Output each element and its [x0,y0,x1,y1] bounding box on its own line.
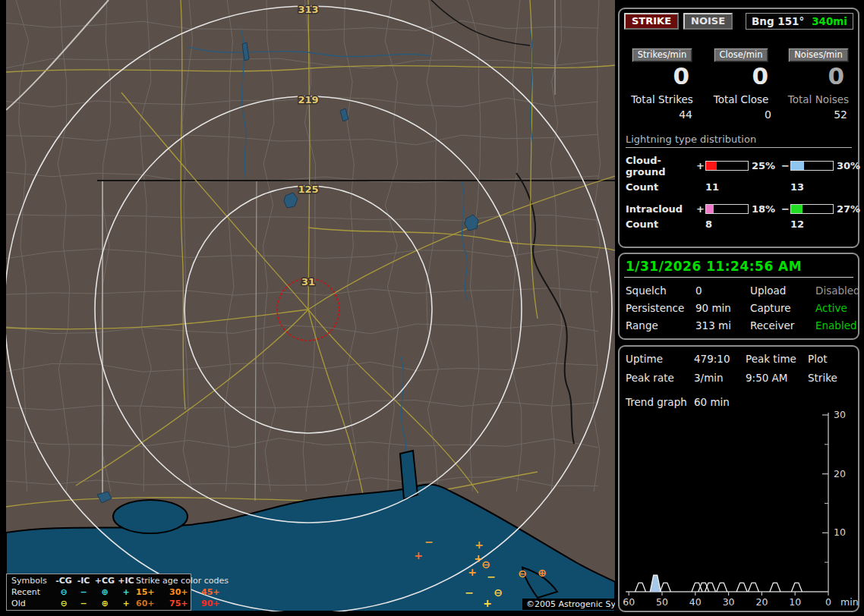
distribution-title: Lightning type distribution [626,134,852,148]
strike-mode-button[interactable]: STRIKE [624,13,679,30]
legend-row-label: Recent [11,587,54,597]
peak-time-label: Peak time [746,353,808,365]
copyright-label: ©2005 Astrogenic Systems [522,599,615,610]
total-noises-value: 52 [780,108,856,121]
positive-strike-icon: + [414,550,423,561]
trend-axis-label: 30 [723,596,735,608]
range-value: 313 mi [695,319,750,332]
close-rate-value: 0 [702,64,780,89]
total-label-row: Total Strikes Total Close Total Noises [623,89,856,105]
ic-negative-count: 12 [790,218,834,230]
ic-negative-bar-fill [791,205,803,213]
squelch-value: 0 [695,284,750,297]
cg-positive-bar [705,161,749,171]
trend-peak [791,583,802,592]
cg-negative-bar-fill [791,162,804,170]
trend-axis-label: 10 [789,596,801,608]
plot-value: Strike [808,372,852,384]
legend-row-label: Old [11,599,54,608]
receiver-status: Enabled [815,319,860,332]
negative-cg-strike-icon: ⊖ [481,559,490,570]
noises-per-min-button[interactable]: Noises/min [788,48,848,62]
cg-positive-count: 11 [705,181,749,193]
legend-column-nCG: -CG [54,576,74,586]
ic-positive-bar [705,204,749,214]
trend-peak [650,575,661,592]
nexstorm-window: { "panel": { "strike_button": "STRIKE", … [0,0,864,616]
strikes-per-min-button[interactable]: Strikes/min [632,48,693,62]
intracloud-count-row: Count 8 12 [626,218,855,230]
status-panel: 1/31/2026 11:24:56 AM Squelch 0 Upload D… [618,253,859,340]
ring-label-125: 125 [298,184,318,195]
legend-age-60: 60+ [136,599,169,608]
legend-symbol-glyph: ⊕ [93,587,116,597]
trend-peak [635,583,646,592]
legend-column-pIC: +IC [116,576,136,586]
trend-axis-label: 50 [656,596,668,608]
uptime-label: Uptime [626,353,694,365]
legend-age-30: 30+ [169,587,201,597]
negative-cg-strike-icon: ⊖ [518,568,527,579]
cloud-ground-label: Cloud-ground [626,155,695,178]
squelch-label: Squelch [626,284,695,297]
intracloud-label: Intracloud [626,203,695,215]
mode-toggle-row: STRIKE NOISE Bng 151° 340mi [624,13,853,30]
legend-symbol-glyph: + [116,599,136,608]
trend-window-value: 60 min [694,396,852,408]
trend-axis-label: 0 [825,596,831,608]
negative-cg-strike-icon: ⊖ [493,587,503,598]
ic-negative-bar [790,204,834,214]
legend-column-pCG: +CG [93,576,116,586]
counters-panel: STRIKE NOISE Bng 151° 340mi Strikes/min … [618,8,859,248]
trend-peak [736,583,747,592]
strikes-rate-value: 0 [623,64,702,89]
legend-symbols-header: Symbols [11,576,54,586]
cg-negative-pct: 30% [834,160,864,171]
close-per-min-button[interactable]: Close/min [714,48,769,62]
trend-graph: 6050403020100min102030 [621,407,858,612]
trend-peak [660,583,670,592]
legend-age-header: Strike age color codes [136,576,233,586]
legend-symbol-glyph: ⊖ [54,599,74,608]
noises-rate-value: 0 [780,64,856,89]
trend-axis-label: 20 [834,468,846,479]
minus-sign: − [780,160,790,171]
legend-symbol-glyph: + [116,587,136,597]
ic-positive-count: 8 [705,218,749,230]
peak-rate-value: 3/min [694,372,746,384]
trend-graph-row: Trend graph 60 min [626,396,852,408]
radar-map[interactable]: 31321912531 −+++⊖+−⊖⊕−⊖+ Symbols-CG-IC+C… [6,0,615,611]
ring-label-31: 31 [301,276,315,288]
receiver-label: Receiver [750,319,815,332]
trend-axis-label: 30 [834,409,846,420]
strike-legend: Symbols-CG-IC+CG+ICStrike age color code… [6,574,191,611]
cg-positive-pct: 25% [749,160,780,171]
range-label: Range [626,319,695,332]
total-strikes-value: 44 [623,108,702,121]
uptime-value: 479:10 [694,353,746,365]
legend-column-nIC: -IC [74,576,93,586]
trend-peak [770,583,780,592]
legend-age-75: 75+ [169,599,201,608]
plus-sign: + [695,160,705,171]
legend-age-90: 90+ [201,599,233,608]
status-grid: Squelch 0 Upload Disabled Persistence 90… [626,284,852,332]
minus-sign: − [780,203,790,215]
bearing-distance: 340mi [812,15,847,27]
cg-positive-bar-fill [706,162,717,170]
positive-strike-icon: + [468,567,477,577]
total-strikes-label: Total Strikes [623,93,702,105]
noise-mode-button[interactable]: NOISE [683,13,733,30]
total-value-row: 44 0 52 [623,105,856,121]
bearing-value: Bng 151° [752,15,804,27]
persistence-label: Persistence [626,302,695,314]
datetime-display: 1/31/2026 11:24:56 AM [626,259,852,274]
legend-symbol-glyph: − [74,587,93,597]
trend-axis-label: min [840,596,858,608]
legend-age-45: 45+ [201,587,233,597]
upload-status: Disabled [815,284,860,297]
rate-header-row: Strikes/min Close/min Noises/min [623,48,856,62]
cloud-ground-count-row: Count 11 13 [626,181,855,193]
rate-value-row: 0 0 0 [623,62,856,89]
count-label: Count [626,218,695,230]
